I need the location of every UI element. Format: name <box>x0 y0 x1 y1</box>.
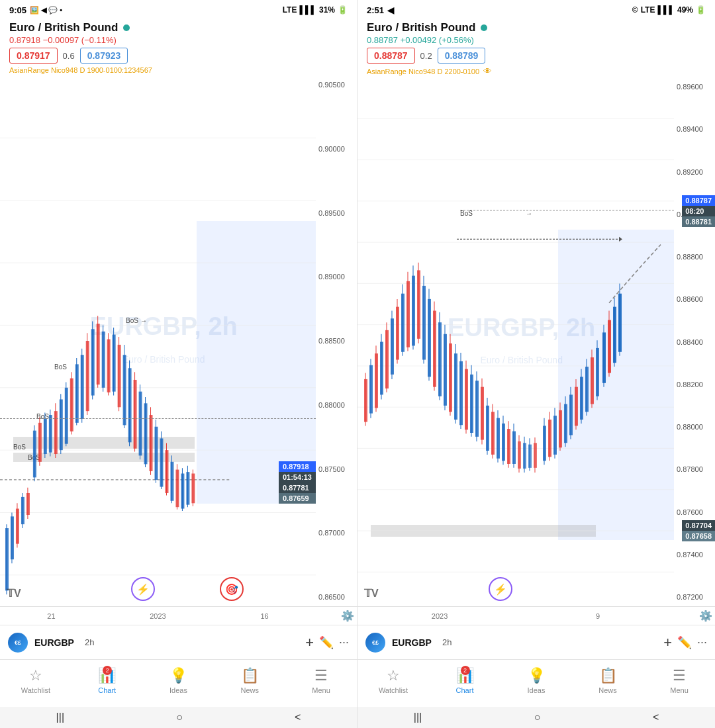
price-tag-time-right: 08:20 <box>682 206 715 216</box>
status-time-right: 2:51 <box>367 5 384 15</box>
header-title-left: Euro / British Pound <box>9 21 348 34</box>
buy-price-right[interactable]: 0.88789 <box>438 48 486 64</box>
nav-watchlist-right[interactable]: ☆ Watchlist <box>377 667 410 694</box>
nav-ideas-right[interactable]: 💡 Ideas <box>520 667 553 694</box>
chart-icon-right: 📊 2 <box>456 667 474 684</box>
sys-back-left[interactable]: ○ <box>176 711 183 723</box>
tooltip-p2-left: 0.87781 <box>279 482 316 493</box>
battery-icon-right: 🔋 <box>696 5 706 15</box>
price-tag-buy-right: 0.88787 <box>682 195 715 206</box>
price-tag-bot2-right: 0.87658 <box>682 531 715 541</box>
right-phone-panel: 2:51 ◀ © LTE ▌▌▌ 49% 🔋 Euro / British Po… <box>358 0 715 728</box>
nav-watchlist-left[interactable]: ☆ Watchlist <box>19 667 52 694</box>
tooltip-time-left: 01:54:13 <box>279 472 316 482</box>
lightning-icon-right[interactable]: ⚡ <box>489 577 512 601</box>
indicator-label-left: AsianRange Nico948 D 1900-0100:1234567 <box>9 66 348 74</box>
pair-name-left: Euro / British Pound <box>9 21 118 34</box>
sys-back-right[interactable]: ○ <box>534 711 541 723</box>
more-icon-right[interactable]: ··· <box>697 635 707 649</box>
sell-price-right[interactable]: 0.88787 <box>367 48 415 64</box>
lightning-icon-left[interactable]: ⚡ <box>131 577 155 601</box>
signal-icon-right: ▌▌▌ <box>657 5 675 15</box>
bottom-nav-left: ☆ Watchlist 📊 2 Chart 💡 Ideas 📋 News ☰ M… <box>0 659 357 707</box>
status-left-right: 2:51 ◀ <box>367 5 394 15</box>
chart-area-right[interactable]: 0.89600 0.89400 0.89200 0.89000 0.88800 … <box>358 77 715 606</box>
watchlist-icon-left: ☆ <box>29 667 42 684</box>
svg-rect-59 <box>139 392 142 456</box>
system-nav-right: ||| ○ < <box>358 707 715 728</box>
tv-logo-left: 𝕋V <box>7 587 21 600</box>
price-boxes-right: 0.88787 0.2 0.88789 <box>367 48 706 64</box>
pair-logo-right: €£ <box>365 633 385 653</box>
pair-name-right: Euro / British Pound <box>367 21 475 34</box>
tooltip-p3-left: 0.87659 <box>279 493 316 504</box>
timeframe-label-left[interactable]: 2h <box>81 636 98 649</box>
battery-left: 31% <box>319 5 335 15</box>
time-axis-right: 2023 9 ⚙️ <box>358 606 715 625</box>
settings-icon-left[interactable]: ⚙️ <box>341 610 354 622</box>
menu-icon-left: ☰ <box>314 667 328 684</box>
price-change-left: −0.00097 (−0.11%) <box>43 35 117 45</box>
nav-news-right[interactable]: 📋 News <box>591 667 624 694</box>
globe-icon-left[interactable]: 🎯 <box>220 577 244 601</box>
chart-label-left: Chart <box>98 686 116 694</box>
header-right: Euro / British Pound 0.88787 +0.00492 (+… <box>358 19 715 77</box>
nav-news-left[interactable]: 📋 News <box>233 667 266 694</box>
status-bar-left: 9:05 🖼️ ◀ 💬 • LTE ▌▌▌ 31% 🔋 <box>0 0 357 19</box>
status-dot-left <box>123 24 130 31</box>
menu-icon-right: ☰ <box>673 667 686 684</box>
candle-chart-right <box>358 77 674 606</box>
chart-badge-left: 2 <box>103 666 112 675</box>
timeframe-label-right[interactable]: 2h <box>438 636 455 649</box>
draw-icon-right[interactable]: ✏️ <box>677 635 692 650</box>
nav-menu-right[interactable]: ☰ Menu <box>663 667 696 694</box>
battery-icon-left: 🔋 <box>338 5 348 15</box>
buy-price-left[interactable]: 0.87923 <box>80 48 128 64</box>
draw-icon-left[interactable]: ✏️ <box>319 635 334 650</box>
chart-area-left[interactable]: 0.90500 0.90000 0.89500 0.89000 0.88500 … <box>0 75 357 606</box>
svg-rect-49 <box>113 335 116 392</box>
news-icon-left: 📋 <box>241 667 259 684</box>
eye-icon-right[interactable]: 👁 <box>483 66 492 76</box>
pair-logo-left: €£ <box>8 633 28 653</box>
status-bar-right: 2:51 ◀ © LTE ▌▌▌ 49% 🔋 <box>358 0 715 19</box>
svg-rect-75 <box>181 474 184 509</box>
add-button-left[interactable]: + <box>305 634 314 651</box>
price-change-right: +0.00492 (+0.56%) <box>401 35 474 45</box>
sell-price-left[interactable]: 0.87917 <box>9 48 58 64</box>
candle-chart-left <box>0 75 316 606</box>
price-tag-bot1-right: 0.87704 <box>682 520 715 531</box>
nav-chart-left[interactable]: 📊 2 Chart <box>91 667 124 694</box>
sys-recent-left[interactable]: < <box>295 711 301 723</box>
header-price-left: 0.87918 −0.00097 (−0.11%) <box>9 35 348 45</box>
ideas-label-right: Ideas <box>528 686 546 694</box>
header-price-right: 0.88787 +0.00492 (+0.56%) <box>367 35 706 45</box>
time-axis-left: 21 2023 16 ⚙️ <box>0 606 357 625</box>
svg-marker-190 <box>619 237 622 242</box>
sys-home-left[interactable]: ||| <box>56 711 64 723</box>
header-title-right: Euro / British Pound <box>367 21 706 34</box>
left-phone-panel: 9:05 🖼️ ◀ 💬 • LTE ▌▌▌ 31% 🔋 Euro / Briti… <box>0 0 358 728</box>
ideas-icon-left: 💡 <box>169 667 187 684</box>
toolbar-left-left: €£ EURGBP 2h <box>8 633 98 653</box>
nav-chart-right[interactable]: 📊 2 Chart <box>448 667 481 694</box>
status-dot-right <box>481 24 487 31</box>
symbol-label-left: EURGBP <box>34 637 74 648</box>
news-icon-right: 📋 <box>599 667 617 684</box>
location-icon-right: ◀ <box>387 5 394 15</box>
settings-icon-right[interactable]: ⚙️ <box>699 610 712 622</box>
nav-menu-left[interactable]: ☰ Menu <box>305 667 338 694</box>
status-right-left: LTE ▌▌▌ 31% 🔋 <box>283 5 348 15</box>
add-button-right[interactable]: + <box>663 634 672 651</box>
status-right-right: © LTE ▌▌▌ 49% 🔋 <box>632 5 706 15</box>
nav-ideas-left[interactable]: 💡 Ideas <box>162 667 195 694</box>
price-tag-p2-right: 0.88781 <box>682 216 715 227</box>
current-price-right: 0.88787 <box>367 35 398 45</box>
tooltip-left: 0.87918 01:54:13 0.87781 0.87659 <box>279 461 316 504</box>
spread-right: 0.2 <box>420 51 432 61</box>
sys-recent-right[interactable]: < <box>653 711 659 723</box>
bottom-toolbar-left: €£ EURGBP 2h + ✏️ ··· <box>0 625 357 659</box>
sys-home-right[interactable]: ||| <box>414 711 422 723</box>
status-icons-left: 🖼️ ◀ 💬 • <box>30 6 62 15</box>
more-icon-left[interactable]: ··· <box>339 635 349 649</box>
